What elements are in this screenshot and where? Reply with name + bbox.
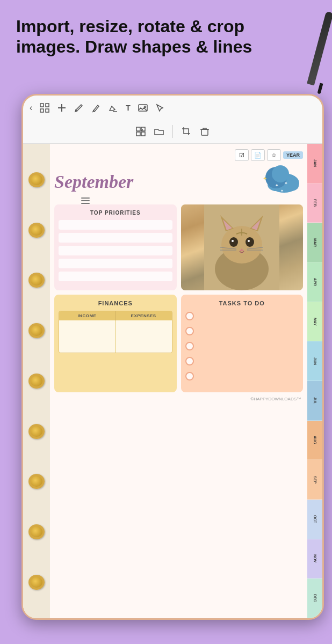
svg-rect-10 [141,127,145,131]
svg-rect-1 [46,104,49,107]
stylus-decoration [308,0,329,86]
task-item-2 [185,327,299,335]
cat-photo [181,204,304,290]
month-tab-apr[interactable]: APR [307,262,322,302]
svg-rect-11 [136,132,140,136]
star-nav-icon[interactable]: ☆ [267,149,281,161]
grid-icon[interactable] [40,103,49,113]
tasks-section: TASKS TO DO [181,295,304,392]
month-tab-may[interactable]: MAY [307,302,322,342]
top-navigation: ☑ 📄 ☆ YEAR [54,149,303,161]
ring [28,424,45,439]
back-icon[interactable]: ‹ [30,103,32,113]
svg-point-32 [232,240,234,242]
svg-point-30 [229,237,238,247]
svg-text:✦: ✦ [263,175,267,181]
task-checkbox-1[interactable] [185,312,194,320]
month-tab-jun[interactable]: JUN [307,341,322,381]
finances-body [59,320,172,353]
sections-grid: TOP PRIORITIES [54,204,303,392]
tasks-title: TASKS TO DO [185,300,299,306]
month-tab-jul[interactable]: JUL [307,381,322,421]
task-item-1 [185,312,299,320]
copyright-text: ©HAPPYDOWNLOADS™ [54,396,303,402]
priority-line-3 [59,246,172,255]
ham-line [81,203,90,204]
income-header: INCOME [59,311,116,320]
toolbar-row1: ‹ [23,96,322,120]
plus-icon[interactable] [57,103,67,113]
svg-point-8 [144,106,146,107]
toolbar-row2 [23,120,322,143]
pen-icon[interactable] [91,103,101,113]
pencil-icon[interactable] [74,103,84,113]
priority-line-4 [59,259,172,268]
grid-edit-icon[interactable] [136,127,146,136]
task-checkbox-4[interactable] [185,357,194,365]
task-item-3 [185,342,299,350]
finances-title: FINANCES [59,300,172,306]
ring [28,323,45,338]
moon-decoration: ✦ ✦ ✦ ✦ [260,164,303,199]
priorities-section: TOP PRIORITIES [54,204,177,290]
rings-column [23,144,50,618]
month-tab-mar[interactable]: MAR [307,223,322,262]
priority-line-1 [59,220,172,230]
month-tab-aug[interactable]: AUG [307,421,322,460]
ring [28,524,45,539]
select-icon[interactable] [155,103,165,113]
expenses-header: EXPENSES [116,311,172,320]
document-nav-icon[interactable]: 📄 [251,149,265,161]
task-checkbox-2[interactable] [185,327,194,335]
svg-point-18 [272,165,289,182]
month-tab-dec[interactable]: DEC [307,579,322,618]
ham-line [81,200,90,201]
headline: Import, resize, rotate & crop images. Dr… [16,16,300,57]
svg-text:✦: ✦ [280,189,284,193]
svg-rect-0 [40,104,44,107]
trash-icon[interactable] [200,127,210,136]
expenses-col [116,320,172,353]
priority-line-5 [59,272,172,281]
checkbox-nav-icon[interactable]: ☑ [235,149,249,161]
device-frame: ‹ [21,94,324,620]
month-tab-jan[interactable]: JAN [307,144,322,184]
priority-line-2 [59,233,172,243]
svg-rect-9 [136,127,140,131]
svg-rect-13 [201,129,208,135]
task-checkbox-3[interactable] [185,342,194,350]
svg-point-33 [248,240,250,242]
finances-section: FINANCES INCOME EXPENSES [54,295,177,392]
ring [28,575,45,590]
ring [28,374,45,389]
eraser-icon[interactable] [109,103,118,113]
text-icon[interactable]: T [126,104,131,112]
month-tab-nov[interactable]: NOV [307,539,322,579]
svg-point-31 [246,237,254,247]
toolbar-separator [172,125,173,138]
toolbar: ‹ [23,96,322,144]
ring [28,273,45,288]
planner-area: ☑ 📄 ☆ YEAR September [23,144,322,618]
planner-main-content: ☑ 📄 ☆ YEAR September [50,144,307,618]
crop-icon[interactable] [182,127,191,136]
month-name: September [54,172,260,192]
month-tab-feb[interactable]: FEB [307,184,322,223]
image-icon[interactable] [138,103,148,113]
year-nav-button[interactable]: YEAR [283,151,303,159]
cat-photo-inner [181,204,304,290]
ring [28,474,45,489]
finances-table: INCOME EXPENSES [59,311,172,353]
folder-icon[interactable] [154,127,164,136]
svg-rect-3 [46,109,49,112]
month-tab-oct[interactable]: OCT [307,500,322,539]
priorities-title: TOP PRIORITIES [59,210,172,216]
task-item-4 [185,357,299,365]
svg-rect-2 [40,109,44,112]
ring [28,223,45,238]
month-tab-sep[interactable]: SEP [307,460,322,500]
task-item-5 [185,372,299,380]
month-header: September ✦ ✦ ✦ [54,164,303,199]
task-checkbox-5[interactable] [185,372,194,380]
income-col [59,320,116,353]
